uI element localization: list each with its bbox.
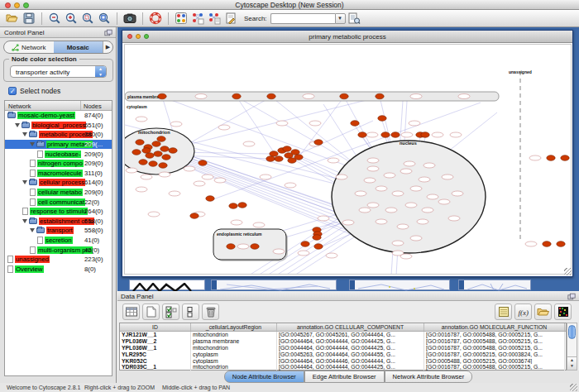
save-icon[interactable] [21,11,37,26]
network-canvas[interactable]: plasma membranecytoplasmmitochondrionnuc… [124,44,572,275]
table-cell[interactable]: YKR052C [120,358,191,365]
zoom-out-icon[interactable] [46,11,63,26]
tree-row-biological-process[interactable]: biological_process651(0) [5,121,112,131]
table-row[interactable]: YJR121W__1mitochondrion[GO:0045267, GO:0… [120,332,566,338]
window-resize-grip[interactable] [564,268,572,275]
function-builder-icon[interactable]: f(x) [514,304,532,320]
tree-row-metabolic-process[interactable]: metabolic process280(0) [5,130,112,140]
tab-network-attribute-browser[interactable]: Network Attribute Browser [385,370,473,383]
table-cell[interactable]: cytoplasm [191,351,277,358]
network-graph[interactable]: plasma membranecytoplasmmitochondrionnuc… [125,45,571,274]
expander-icon[interactable] [22,180,27,184]
table-cell[interactable]: [GO:0005488, GO:0005215, GO:0003674] [424,358,565,365]
open-file-icon[interactable] [4,11,21,26]
table-cell[interactable]: [GO:0016787, GO:0005488, GO:0005215, G..… [424,338,565,345]
table-row[interactable]: YPL036W__2plasma membrane[GO:0044464, GO… [120,338,566,345]
table-vertical-scrollbar[interactable]: ▲▼ [567,323,577,370]
tree-row-nucleobase-[interactable]: nucleobase-209(0) [5,149,112,159]
tree-row-establishment-of-lo[interactable]: establishment of lo558(0) [5,217,112,227]
background-window-fragment[interactable] [349,280,450,290]
tree-row-unassigned[interactable]: unassigned223(0) [5,255,112,265]
table-cell[interactable]: YLR295C [120,351,191,358]
table-cell[interactable]: plasma membrane [191,338,277,345]
new-attribute-icon[interactable] [142,304,160,320]
table-cell[interactable]: [GO:0045263, GO:0044464, GO:0044455, G..… [277,351,424,358]
tree-row-cell-communicat[interactable]: cell communicat22(0) [5,197,112,207]
expander-icon[interactable] [15,123,20,127]
attribute-table-icon[interactable] [122,304,140,320]
column-header-2[interactable]: annotation.GO CELLULAR_COMPONENT [277,323,424,331]
vizmapper-icon[interactable] [173,11,189,26]
app-title-bar[interactable]: Cytoscape Desktop (New Session) [0,0,579,10]
background-window-fragment[interactable] [458,280,531,290]
tree-row-primary-metabo[interactable]: primary metabo209(... [5,140,112,150]
tree-row-mosaic-demo-yeast[interactable]: mosaic-demo-yeast874(0) [5,111,112,121]
tab-edge-attribute-browser[interactable]: Edge Attribute Browser [304,370,385,383]
tree-row-cellular-process[interactable]: cellular process614(0) [5,178,112,188]
table-cell[interactable]: [GO:0044464, GO:0044444, GO:0044425, G..… [277,345,424,351]
more-tabs-button[interactable]: ▶ [103,41,112,53]
tree-row-overview[interactable]: Overview8(0) [5,265,112,275]
background-window-fragment[interactable] [129,280,205,290]
table-row[interactable]: YKR052Ccytoplasm[GO:0044464, GO:0044446,… [120,358,566,365]
snapshot-icon[interactable] [122,11,138,26]
network-view-window[interactable]: primary metabolic process plasma membran… [122,30,573,277]
zoom-in-icon[interactable] [63,11,79,26]
column-header-3[interactable]: annotation.GO MOLECULAR_FUNCTION [424,323,565,331]
select-nodes-checkbox[interactable]: ✓ Select nodes [8,87,60,95]
column-header-0[interactable]: ID [120,323,191,331]
expander-icon[interactable] [22,219,27,223]
tab-mosaic[interactable]: Mosaic [54,41,103,53]
float-panel-icon[interactable] [104,29,112,36]
tree-row-multi-organism-pro[interactable]: multi-organism pro42(0) [5,245,112,255]
background-window-fragment[interactable] [211,280,337,290]
tree-row-nitrogen-compo[interactable]: nitrogen compo209(0) [5,159,112,169]
app-resize-grip[interactable] [570,384,577,391]
matrix-view-icon[interactable] [554,304,572,320]
table-cell[interactable]: YPL036W__1 [120,345,191,351]
tree-row-secretion[interactable]: secretion41(0) [5,236,112,246]
table-cell[interactable]: [GO:0045267, GO:0045261, GO:0044464, G..… [277,332,424,338]
expander-icon[interactable] [22,132,27,136]
column-header-1[interactable]: _cellularLayoutRegion [191,323,277,331]
table-cell[interactable]: [GO:0016787, GO:0005488, GO:0005215, G..… [424,345,565,351]
color-attribute-select[interactable]: transporter activity ▲▼ [10,65,107,78]
tree-row-response-to-stimulu[interactable]: response to stimulu264(0) [5,207,112,217]
tree-col-nodes[interactable]: Nodes [81,101,112,110]
table-row[interactable]: YPL036W__1mitochondrion[GO:0044464, GO:0… [120,345,566,351]
zoom-fit-icon[interactable] [96,11,112,26]
network-window-title-bar[interactable]: primary metabolic process [122,31,572,43]
index-search-icon[interactable] [346,11,362,26]
search-input[interactable] [270,13,335,24]
select-attributes-icon[interactable] [162,304,179,320]
table-row[interactable]: YLR295Ccytoplasm[GO:0045263, GO:0044464,… [120,351,566,358]
network-link-icon[interactable] [206,11,223,26]
unselect-attributes-icon[interactable] [182,304,199,320]
tree-row-macromolecule[interactable]: macromolecule311(0) [5,169,112,179]
scrollbar-arrows[interactable]: ▲▼ [567,356,577,370]
expander-icon[interactable] [30,228,35,232]
table-cell[interactable]: [GO:0016787, GO:0005215, GO:0003824, G..… [424,351,565,358]
tree-row-transport[interactable]: transport558(0) [5,226,112,236]
table-cell[interactable]: [GO:0044464, GO:0044444, GO:0044425, G..… [277,338,424,345]
table-cell[interactable]: YPL036W__2 [120,338,191,345]
float-panel-icon[interactable] [567,293,576,300]
help-icon[interactable] [147,11,164,26]
import-attributes-icon[interactable] [534,304,552,320]
scrollbar-thumb[interactable] [568,325,576,339]
table-cell[interactable]: YJR121W__1 [120,332,191,338]
notepad-icon[interactable] [495,304,512,320]
table-cell[interactable]: mitochondrion [191,332,277,338]
table-cell[interactable]: [GO:0016787, GO:0005488, GO:0005215, G..… [424,332,565,338]
table-cell[interactable]: [GO:0044464, GO:0044446, GO:0044444, G..… [277,358,424,365]
delete-attribute-icon[interactable] [202,304,219,320]
zoom-selected-icon[interactable] [79,11,96,26]
search-dropdown-button[interactable]: ▼ [335,13,346,24]
annotation-icon[interactable] [223,11,239,26]
expander-icon[interactable] [30,142,35,146]
tab-node-attribute-browser[interactable]: Node Attribute Browser [224,370,304,383]
tree-row-cellular-metabo[interactable]: cellular metabo209(0) [5,188,112,198]
tree-col-network[interactable]: Network [5,101,81,110]
table-cell[interactable]: cytoplasm [191,358,277,365]
network-merge-icon[interactable] [189,11,206,26]
